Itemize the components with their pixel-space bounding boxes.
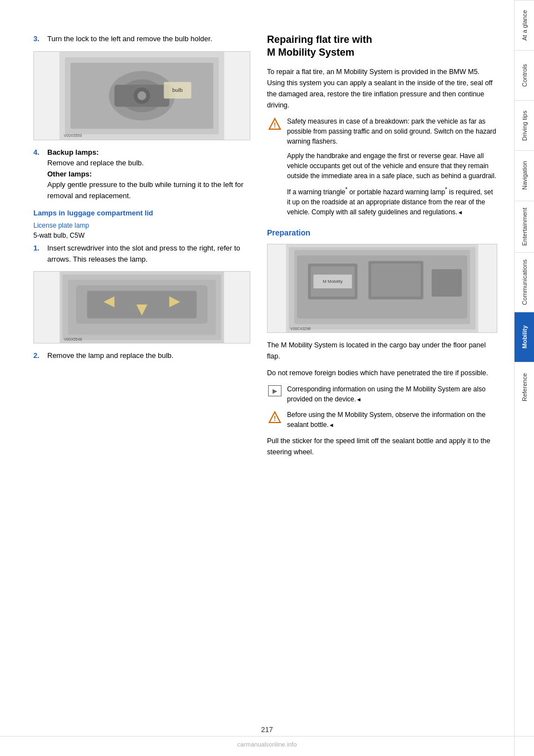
page-container: 3. Turn the lock to the left and remove … bbox=[0, 0, 534, 756]
svg-text:!: ! bbox=[274, 121, 276, 129]
preparation-image: M Mobility V00C43296 bbox=[267, 244, 497, 333]
sidebar-tab-communications[interactable]: Communications bbox=[515, 252, 534, 312]
svg-text:bulb: bulb bbox=[172, 87, 183, 93]
step-4-line2: Apply gentle pressure to the bulb while … bbox=[47, 179, 250, 201]
step-4-line1: Remove and replace the bulb. bbox=[47, 158, 250, 169]
foreign-bodies-text: Do not remove foreign bodies which have … bbox=[267, 367, 497, 379]
step-license-2-content: Remove the lamp and replace the bulb. bbox=[47, 350, 250, 361]
step-4-content: Backup lamps: Remove and replace the bul… bbox=[47, 147, 250, 202]
svg-text:!: ! bbox=[274, 415, 276, 423]
info-box-text: Corresponding information on using the M… bbox=[287, 384, 497, 404]
before-use-icon: ! bbox=[267, 410, 283, 425]
info-icon: ▶ bbox=[267, 384, 283, 400]
svg-rect-29 bbox=[371, 263, 421, 296]
warning-box: ! Safety measures in case of a breakdown… bbox=[267, 116, 497, 222]
warning-line1: Safety measures in case of a breakdown: … bbox=[287, 116, 497, 146]
intro-text: To repair a flat tire, an M Mobility Sys… bbox=[267, 66, 497, 111]
info-box: ▶ Corresponding information on using the… bbox=[267, 384, 497, 404]
before-use-box: ! Before using the M Mobility System, ob… bbox=[267, 410, 497, 430]
before-use-text: Before using the M Mobility System, obse… bbox=[287, 411, 486, 429]
sidebar: At a glance Controls Driving tips Naviga… bbox=[514, 0, 534, 756]
spec-text: 5-watt bulb, C5W bbox=[33, 232, 250, 239]
sidebar-tab-at-a-glance[interactable]: At a glance bbox=[515, 0, 534, 50]
before-use-text-content: Before using the M Mobility System, obse… bbox=[287, 410, 497, 430]
svg-text:M Mobility: M Mobility bbox=[323, 279, 343, 284]
warning-line3: If a warning triangle* or portable hazar… bbox=[287, 185, 497, 217]
step-license-1-text: Insert screwdriver into the slot and pre… bbox=[47, 244, 240, 263]
step-license-1: 1. Insert screwdriver into the slot and … bbox=[33, 243, 250, 264]
bulb-holder-image: bulb V00X5559 bbox=[33, 51, 250, 140]
sidebar-tab-reference[interactable]: Reference bbox=[515, 362, 534, 412]
section-title: Repairing flat tire with M Mobility Syst… bbox=[267, 33, 497, 60]
step-4-number: 4. bbox=[33, 147, 44, 202]
step-3-number: 3. bbox=[33, 33, 44, 45]
step-4-other: Other lamps: bbox=[47, 170, 92, 178]
sidebar-tab-entertainment[interactable]: Entertainment bbox=[515, 200, 534, 252]
svg-text:V00X5559: V00X5559 bbox=[64, 134, 82, 138]
warning-text-content: Safety measures in case of a breakdown: … bbox=[287, 116, 497, 222]
step-4: 4. Backup lamps: Remove and replace the … bbox=[33, 147, 250, 202]
svg-text:V00X5548: V00X5548 bbox=[64, 337, 82, 341]
step-3: 3. Turn the lock to the left and remove … bbox=[33, 33, 250, 45]
sidebar-tab-mobility[interactable]: Mobility bbox=[515, 312, 534, 362]
left-column: 3. Turn the lock to the left and remove … bbox=[33, 33, 250, 723]
preparation-heading: Preparation bbox=[267, 228, 497, 237]
license-lamp-image: V00X5548 bbox=[33, 271, 250, 343]
info-box-content: Corresponding information on using the M… bbox=[287, 385, 486, 403]
step-license-2-number: 2. bbox=[33, 350, 44, 361]
warning-line2: Apply the handbrake and engage the first… bbox=[287, 151, 497, 181]
svg-point-7 bbox=[137, 91, 146, 100]
pull-sticker-text: Pull the sticker for the speed limit off… bbox=[267, 435, 497, 458]
step-license-1-content: Insert screwdriver into the slot and pre… bbox=[47, 243, 250, 264]
step-3-text: Turn the lock to the left and remove the… bbox=[47, 35, 212, 43]
sidebar-tab-driving-tips[interactable]: Driving tips bbox=[515, 100, 534, 150]
main-content: 3. Turn the lock to the left and remove … bbox=[0, 0, 514, 756]
step-3-content: Turn the lock to the left and remove the… bbox=[47, 33, 250, 45]
section-title-line2: M Mobility System bbox=[267, 47, 354, 58]
page-number: 217 bbox=[261, 725, 273, 734]
step-license-2: 2. Remove the lamp and replace the bulb. bbox=[33, 350, 250, 361]
svg-rect-30 bbox=[432, 269, 462, 296]
sidebar-tab-controls[interactable]: Controls bbox=[515, 50, 534, 100]
svg-text:V00C43296: V00C43296 bbox=[290, 327, 311, 331]
sidebar-tab-navigation[interactable]: Navigation bbox=[515, 150, 534, 200]
warning-icon: ! bbox=[267, 116, 283, 132]
right-column: Repairing flat tire with M Mobility Syst… bbox=[267, 33, 497, 723]
section-heading-lamps: Lamps in luggage compartment lid bbox=[33, 209, 250, 217]
step-license-1-number: 1. bbox=[33, 243, 44, 264]
info-symbol: ▶ bbox=[268, 385, 281, 396]
bottom-logo: carmanualsonline.info bbox=[0, 736, 534, 748]
cargo-text: The M Mobility System is located in the … bbox=[267, 340, 497, 362]
step-4-label: Backup lamps: bbox=[47, 148, 98, 156]
section-title-line1: Repairing flat tire with bbox=[267, 34, 372, 45]
sub-heading-license: License plate lamp bbox=[33, 222, 250, 229]
step-license-2-text: Remove the lamp and replace the bulb. bbox=[47, 351, 174, 360]
